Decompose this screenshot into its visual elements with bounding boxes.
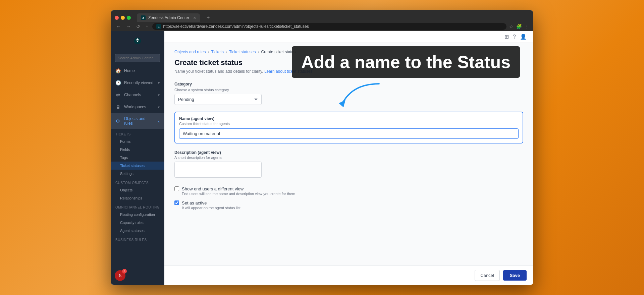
save-button[interactable]: Save xyxy=(503,270,527,281)
breadcrumb-objects-rules[interactable]: Objects and rules xyxy=(174,50,206,54)
tickets-section-header: Tickets xyxy=(111,131,164,137)
omnichannel-section-header: Omnichannel routing xyxy=(111,204,164,211)
name-field-label: Name (agent view) xyxy=(179,116,519,121)
menu-icon[interactable]: ⋮ xyxy=(525,24,529,29)
browser-titlebar: Z Zendesk Admin Center ✕ + xyxy=(111,10,533,22)
app-container: 🏠 Home 🕐 Recently viewed ▾ ⇄ Channels ▾ … xyxy=(111,31,533,285)
learn-more-link[interactable]: Learn about ticket statuses xyxy=(264,69,312,74)
description-group: Description (agent view) A short descrip… xyxy=(174,150,523,179)
breadcrumb-current: Create ticket status xyxy=(261,50,296,54)
breadcrumb-sep-3: › xyxy=(258,50,259,54)
sidebar-logo xyxy=(111,31,164,51)
help-icon[interactable]: ? xyxy=(513,34,516,40)
browser-addressbar: ← → ↺ ⌂ Z https://selectivehardware.zend… xyxy=(111,22,533,32)
category-label: Category xyxy=(174,82,523,86)
chevron-up-icon: ▴ xyxy=(158,119,160,123)
forward-button[interactable]: → xyxy=(125,23,132,30)
sidebar-item-recently-viewed[interactable]: 🕐 Recently viewed ▾ xyxy=(111,77,164,89)
channels-icon: ⇄ xyxy=(115,92,121,98)
tab-close-button[interactable]: ✕ xyxy=(193,16,196,20)
breadcrumb-ticket-statuses[interactable]: Ticket statuses xyxy=(229,50,256,54)
chevron-down-icon-3: ▾ xyxy=(158,105,160,109)
sidebar-avatar: 9. 5 xyxy=(111,266,164,285)
close-button[interactable] xyxy=(115,16,119,20)
name-field-group: Name (agent view) Custom ticket status f… xyxy=(174,112,523,143)
sidebar-sub-settings[interactable]: Settings xyxy=(111,170,164,178)
grid-icon[interactable]: ⊞ xyxy=(504,34,509,40)
sidebar-sub-forms[interactable]: Forms xyxy=(111,137,164,145)
page-subtitle-text: Name your ticket status and add details … xyxy=(174,69,263,74)
reload-button[interactable]: ↺ xyxy=(135,23,142,30)
bottom-bar: Cancel Save xyxy=(164,266,533,285)
tab-title: Zendesk Admin Center xyxy=(148,15,189,20)
objects-rules-icon: ⚙ xyxy=(115,118,121,124)
breadcrumb-sep-2: › xyxy=(226,50,227,54)
avatar-badge: 5 xyxy=(122,269,127,274)
workspaces-icon: 🖥 xyxy=(115,104,121,110)
show-end-users-desc: End users will see the name and descript… xyxy=(182,192,295,196)
sidebar-sub-ticket-statuses[interactable]: Ticket statuses xyxy=(111,162,164,170)
sidebar-sub-fields[interactable]: Fields xyxy=(111,145,164,154)
category-hint: Choose a system status category xyxy=(174,88,523,92)
sidebar-sub-capacity-rules[interactable]: Capacity rules xyxy=(111,219,164,227)
sidebar-item-home[interactable]: 🏠 Home xyxy=(111,65,164,77)
address-favicon: Z xyxy=(156,24,161,29)
set-active-group: Set as active It will appear on the agen… xyxy=(174,200,523,210)
sidebar-channels-label: Channels xyxy=(124,93,141,97)
sidebar-sub-objects[interactable]: Objects xyxy=(111,186,164,194)
breadcrumb-sep-1: › xyxy=(208,50,209,54)
browser-actions: ☆ 🧩 ⋮ xyxy=(509,24,529,29)
bookmark-icon[interactable]: ☆ xyxy=(509,24,514,29)
sidebar: 🏠 Home 🕐 Recently viewed ▾ ⇄ Channels ▾ … xyxy=(111,31,164,285)
sidebar-item-objects-rules[interactable]: ⚙ Objects and rules ▴ xyxy=(111,113,164,129)
back-button[interactable]: ← xyxy=(115,23,122,30)
page-subtitle: Name your ticket status and add details … xyxy=(174,69,523,74)
sidebar-objects-rules-label: Objects and rules xyxy=(124,116,155,126)
breadcrumb-tickets[interactable]: Tickets xyxy=(211,50,224,54)
sidebar-sub-relationships[interactable]: Relationships xyxy=(111,194,164,202)
clock-icon: 🕐 xyxy=(115,80,121,85)
home-button[interactable]: ⌂ xyxy=(144,23,150,30)
sidebar-sub-agent-statuses[interactable]: Agent statuses xyxy=(111,227,164,235)
page-title: Create ticket status xyxy=(174,58,523,67)
set-active-label[interactable]: Set as active xyxy=(182,200,207,205)
set-active-desc: It will appear on the agent status list. xyxy=(182,206,241,210)
sidebar-sub-tags[interactable]: Tags xyxy=(111,154,164,162)
description-label: Description (agent view) xyxy=(174,150,523,155)
maximize-button[interactable] xyxy=(127,16,131,20)
user-profile-icon[interactable]: 👤 xyxy=(520,34,527,40)
search-admin-input[interactable] xyxy=(115,54,160,62)
custom-objects-section-header: Custom objects xyxy=(111,180,164,186)
main-content: ⊞ ? 👤 Add a name to the Status xyxy=(164,31,533,285)
traffic-lights xyxy=(115,16,131,20)
page-content: Add a name to the Status Objects and rul… xyxy=(164,43,533,266)
sidebar-workspaces-label: Workspaces xyxy=(124,105,146,109)
address-bar[interactable]: Z https://selectivehardware.zendesk.com/… xyxy=(152,23,506,30)
minimize-button[interactable] xyxy=(121,16,125,20)
sidebar-item-workspaces[interactable]: 🖥 Workspaces ▾ xyxy=(111,101,164,113)
sidebar-item-channels[interactable]: ⇄ Channels ▾ xyxy=(111,89,164,101)
show-end-users-checkbox[interactable] xyxy=(174,186,179,191)
sidebar-sub-routing-config[interactable]: Routing configuration xyxy=(111,211,164,219)
show-end-users-group: Show end users a different view End user… xyxy=(174,186,523,196)
sidebar-recently-viewed-label: Recently viewed xyxy=(124,80,153,85)
new-tab-button[interactable]: + xyxy=(205,15,212,21)
top-bar: ⊞ ? 👤 xyxy=(164,31,533,43)
show-end-users-label[interactable]: Show end users a different view xyxy=(182,186,244,191)
set-active-checkbox[interactable] xyxy=(174,200,179,205)
tab-favicon: Z xyxy=(141,15,146,20)
description-hint: A short description for agents xyxy=(174,156,523,160)
avatar[interactable]: 9. 5 xyxy=(115,270,125,281)
name-field-input[interactable] xyxy=(179,128,519,139)
description-input[interactable] xyxy=(174,162,262,178)
zendesk-logo-icon xyxy=(133,36,142,46)
chevron-down-icon-2: ▾ xyxy=(158,93,160,97)
extensions-icon[interactable]: 🧩 xyxy=(516,24,522,29)
name-field-hint: Custom ticket status for agents xyxy=(179,122,519,126)
home-icon: 🏠 xyxy=(115,68,121,73)
category-select[interactable]: New Open Pending On-hold Solved Closed xyxy=(174,94,262,105)
browser-chrome: Z Zendesk Admin Center ✕ + ← → ↺ ⌂ Z htt… xyxy=(111,10,533,31)
browser-tab[interactable]: Z Zendesk Admin Center ✕ xyxy=(137,13,200,22)
cancel-button[interactable]: Cancel xyxy=(475,270,499,281)
browser-window: Z Zendesk Admin Center ✕ + ← → ↺ ⌂ Z htt… xyxy=(111,10,533,285)
